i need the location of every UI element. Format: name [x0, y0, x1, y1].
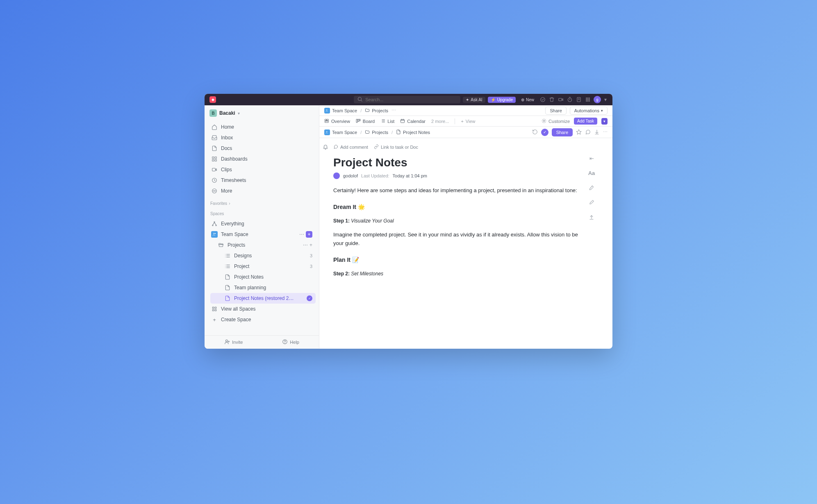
magic-icon[interactable] [588, 184, 595, 191]
svg-marker-75 [576, 129, 581, 134]
tree-project-notes-restored[interactable]: Project Notes (restored 2024-07-05 ...✓ [210, 293, 316, 304]
tree-team-planning[interactable]: Team planning [210, 282, 316, 293]
svg-rect-69 [401, 119, 405, 123]
add-view-button[interactable]: +View [461, 119, 475, 124]
svg-point-19 [589, 101, 590, 102]
nav-home[interactable]: Home [208, 122, 316, 132]
add-comment-button[interactable]: Add comment [333, 144, 368, 150]
clip-icon [211, 166, 218, 173]
upload-icon[interactable] [588, 213, 595, 221]
add-task-dropdown[interactable]: ▾ [601, 118, 608, 125]
tab-overview[interactable]: Overview [324, 118, 350, 125]
svg-point-74 [326, 131, 327, 132]
updated-time: Today at 1:04 pm [393, 173, 427, 178]
svg-point-2 [541, 98, 545, 102]
svg-rect-63 [356, 119, 357, 123]
svg-rect-3 [559, 98, 562, 101]
more-icon[interactable]: ⋯ [303, 242, 308, 248]
breadcrumb-projects[interactable]: Projects [365, 108, 388, 114]
app-logo[interactable]: ◆ [209, 96, 216, 103]
check-circle-icon[interactable] [539, 96, 546, 103]
more-icon[interactable]: ⋯ [299, 232, 304, 237]
doc-body[interactable]: Certainly! Here are some steps and ideas… [333, 186, 582, 278]
view-all-spaces[interactable]: View all Spaces [208, 304, 316, 314]
docbar-projects[interactable]: Projects [365, 129, 388, 136]
count-badge: 3 [310, 253, 312, 258]
more-icon[interactable]: ⋯ [603, 129, 608, 135]
sidebar-everything[interactable]: Everything [208, 218, 316, 229]
workspace-switcher[interactable]: B Bacaki ▾ [205, 105, 319, 121]
chevron-down-icon[interactable]: ▾ [603, 96, 608, 103]
doc-title[interactable]: Project Notes [333, 156, 582, 169]
nav-inbox[interactable]: Inbox [208, 132, 316, 143]
export-icon[interactable] [594, 129, 600, 136]
notification-icon[interactable] [323, 144, 328, 151]
add-task-button[interactable]: Add Task [574, 118, 597, 125]
notepad-icon[interactable] [576, 96, 582, 103]
customize-button[interactable]: Customize [542, 118, 570, 125]
collapse-icon[interactable]: ⇤ [588, 154, 595, 162]
invite-button[interactable]: Invite [224, 339, 243, 345]
sidebar-team-space[interactable]: Team Space ⋯ + [208, 229, 316, 240]
doc-icon [211, 145, 218, 152]
history-icon[interactable] [532, 129, 538, 136]
svg-point-54 [226, 340, 228, 342]
edit-icon[interactable] [588, 199, 595, 206]
upgrade-button[interactable]: ⚡Upgrade [488, 97, 516, 103]
svg-rect-65 [359, 119, 360, 121]
nav-docs[interactable]: Docs [208, 143, 316, 154]
link-task-button[interactable]: Link to task or Doc [374, 144, 418, 150]
trash-icon[interactable] [548, 96, 555, 103]
nav-timesheets[interactable]: Timesheets [208, 175, 316, 186]
share-button[interactable]: Share [545, 107, 566, 115]
apps-icon[interactable] [585, 96, 591, 103]
docbar-project-notes[interactable]: Project Notes [396, 129, 430, 136]
new-button[interactable]: ⊕New [518, 97, 537, 103]
video-icon[interactable] [558, 96, 564, 103]
chevron-down-icon: ▾ [238, 111, 240, 116]
automations-button[interactable]: Automations▾ [570, 107, 608, 115]
breadcrumb-team-space[interactable]: Team Space [324, 108, 357, 114]
doc-icon [224, 295, 231, 302]
check-badge-icon: ✓ [307, 295, 312, 301]
tree-projects[interactable]: Projects ⋯+ [210, 240, 316, 250]
font-icon[interactable]: Aa [588, 169, 595, 177]
tree-designs[interactable]: Designs3 [210, 250, 316, 261]
svg-point-11 [586, 98, 587, 99]
nav-dashboards[interactable]: Dashboards [208, 154, 316, 164]
star-icon[interactable] [576, 129, 582, 136]
tab-more[interactable]: 2 more... [431, 119, 449, 124]
create-space[interactable]: +Create Space [208, 314, 316, 325]
nav-clips[interactable]: Clips [208, 164, 316, 175]
approve-button[interactable]: ✓ [541, 129, 548, 136]
svg-point-73 [544, 120, 545, 121]
author-name[interactable]: godolof [343, 173, 358, 178]
svg-rect-50 [212, 307, 214, 309]
more-icon[interactable]: ⋯ [391, 108, 396, 113]
tree-project[interactable]: Project3 [210, 261, 316, 272]
search-input[interactable] [365, 97, 457, 102]
tab-list[interactable]: List [380, 118, 394, 125]
lightning-icon: ⚡ [491, 98, 496, 102]
docbar-team-space[interactable]: Team Space [324, 129, 357, 135]
list-icon [380, 118, 385, 125]
plus-icon[interactable]: + [310, 242, 312, 248]
comment-icon[interactable] [585, 129, 591, 136]
tab-board[interactable]: Board [356, 118, 375, 125]
author-avatar[interactable] [333, 173, 340, 179]
tab-calendar[interactable]: Calendar [400, 118, 426, 125]
user-avatar[interactable]: g [594, 96, 601, 103]
grid-icon [211, 306, 218, 312]
timer-icon[interactable] [567, 96, 573, 103]
space-icon [211, 231, 218, 238]
nav-more[interactable]: More [208, 186, 316, 196]
global-search[interactable] [354, 96, 460, 103]
doc-share-button[interactable]: Share [552, 128, 573, 136]
help-button[interactable]: Help [282, 339, 299, 345]
chevron-right-icon: › [229, 201, 230, 206]
favorites-section[interactable]: Favorites› [205, 197, 319, 207]
add-button[interactable]: + [306, 231, 312, 238]
tree-project-notes[interactable]: Project Notes [210, 272, 316, 282]
svg-point-30 [215, 191, 216, 191]
ask-ai-button[interactable]: ✦Ask AI [463, 97, 485, 103]
